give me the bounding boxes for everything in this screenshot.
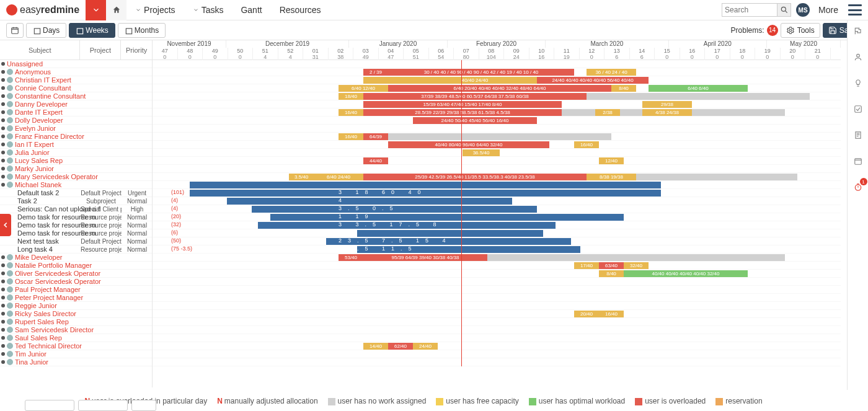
expand-icon[interactable] [1, 320, 5, 324]
nav-resources[interactable]: Resources [271, 0, 330, 20]
expand-icon[interactable] [1, 312, 5, 316]
resource-row[interactable]: Julia Junior [0, 149, 152, 157]
resource-name[interactable]: Ian IT Expert [15, 141, 54, 148]
search-input[interactable] [722, 3, 777, 17]
resource-row[interactable]: Lucy Sales Rep [0, 157, 152, 165]
resource-name[interactable]: Constantine Consultant [15, 92, 86, 100]
resource-row[interactable]: Mary Servicedesk Operator [0, 173, 152, 181]
resource-name[interactable]: Evelyn Junior [15, 125, 56, 132]
resource-name[interactable]: Mike Developer [15, 254, 62, 261]
resource-name[interactable]: Saul Sales Rep [15, 334, 62, 342]
nav-gantt[interactable]: Gantt [232, 0, 270, 20]
brand[interactable]: easyredmine [0, 0, 86, 20]
calendar-icon[interactable] [851, 154, 865, 168]
expand-icon[interactable] [1, 86, 5, 90]
task-row[interactable]: Next test taskDefault ProjectNormal [0, 237, 152, 245]
expand-icon[interactable] [1, 110, 5, 114]
task-name[interactable]: Long task 4 [17, 245, 53, 253]
person-icon[interactable] [851, 50, 865, 64]
expand-icon[interactable] [1, 352, 5, 356]
task-row[interactable]: Demo task for resource mResource project… [0, 213, 152, 221]
resource-row[interactable]: Oliver Servicedesk Operator [0, 270, 152, 278]
expand-icon[interactable] [1, 296, 5, 299]
timeline-scroll[interactable]: November 2019December 2019January 2020Fe… [153, 40, 868, 387]
expand-icon[interactable] [1, 272, 5, 275]
nav-projects[interactable]: Projects [126, 0, 184, 20]
allocation-bar[interactable]: 53/40 [339, 254, 363, 261]
allocation-bar[interactable]: 30 / 40 40 / 40 90 / 40 90 / 40 42 / 40 … [388, 69, 574, 76]
resource-name[interactable]: Connie Consultant [15, 84, 71, 92]
resource-name[interactable]: Marky Junior [15, 165, 54, 172]
resource-name[interactable]: Oscar Servicedesk Operator [15, 278, 101, 285]
task-row[interactable]: Default task 2Default ProjectUrgent [0, 189, 152, 197]
resource-name[interactable]: Tim Junior [15, 350, 46, 358]
lightbulb-icon[interactable] [851, 76, 865, 90]
allocation-bar[interactable]: 40/40 80/40 96/40 64/40 32/40 [388, 141, 549, 148]
expand-icon[interactable] [1, 126, 5, 130]
resource-row[interactable]: Dante IT Expert [0, 108, 152, 117]
allocation-bar[interactable]: 12/40 [599, 157, 624, 164]
header-priority[interactable]: Priority [121, 40, 152, 60]
allocation-bar[interactable]: 24/40 [413, 343, 438, 350]
allocation-bar[interactable] [587, 93, 810, 100]
resource-name[interactable]: Unassigned [7, 60, 43, 68]
allocation-bar[interactable]: 8/38 19/38 [587, 174, 636, 180]
view-weeks-button[interactable]: Weeks [69, 23, 115, 38]
allocation-bar[interactable]: 36 / 40 24 / 40 [587, 69, 636, 76]
resource-row[interactable]: Tim Junior [0, 350, 152, 358]
allocation-bar[interactable]: 6/40 24/40 [314, 174, 363, 180]
more-button[interactable]: More [815, 5, 842, 15]
user-avatar[interactable]: MS [796, 3, 810, 17]
resource-name[interactable]: Oliver Servicedesk Operator [15, 270, 100, 277]
filter-3[interactable] [131, 400, 156, 411]
resource-row[interactable]: Unassigned [0, 60, 152, 68]
resource-name[interactable]: Anonymous [15, 68, 51, 76]
resource-name[interactable]: Danny Developer [15, 100, 68, 108]
task-row[interactable]: Long task 4Resource project 2Normal [0, 245, 152, 254]
task-row[interactable]: Serious: Can not upload a fSpecial Clien… [0, 205, 152, 213]
allocation-bar[interactable]: 15/39 63/40 47/40 15/40 17/40 8/40 [363, 101, 562, 108]
expand-icon[interactable] [1, 102, 5, 106]
resource-row[interactable]: Franz Finance Director [0, 133, 152, 141]
home-button[interactable] [106, 0, 126, 20]
allocation-bar[interactable]: 40/40 40/40 40/40 40/40 32/40 [624, 270, 748, 277]
expand-icon[interactable] [1, 183, 5, 187]
expand-icon[interactable] [1, 255, 5, 259]
allocation-bar[interactable]: 24/40 50/40 45/40 56/40 16/40 [413, 117, 537, 124]
resource-row[interactable]: Christian IT Expert [0, 76, 152, 84]
resource-row[interactable]: Michael Stanek [0, 181, 152, 189]
resource-name[interactable]: Rupert Sales Rep [15, 318, 69, 325]
allocation-bar[interactable]: 29/38 [642, 101, 692, 108]
expand-icon[interactable] [1, 143, 5, 146]
resource-name[interactable]: Dolly Developer [15, 117, 63, 124]
allocation-bar[interactable]: 63/40 [599, 262, 624, 269]
search-button[interactable] [777, 3, 791, 17]
resource-row[interactable]: Peter Project Manager [0, 294, 152, 302]
resource-name[interactable]: Ricky Sales Director [15, 310, 76, 317]
allocation-bar[interactable] [388, 133, 611, 140]
allocation-bar[interactable]: 25/39 42.5/39 26.5/40 11/35.5 33.5/38.3 … [363, 174, 587, 180]
allocation-bar[interactable]: 6/40 6/40 [649, 85, 748, 92]
allocation-bar[interactable]: 4/38 24/38 [642, 109, 692, 116]
resource-name[interactable]: Dante IT Expert [15, 108, 63, 116]
expand-icon[interactable] [1, 62, 5, 66]
expand-icon[interactable] [1, 151, 5, 154]
resource-name[interactable]: Reggie Junior [15, 302, 57, 309]
allocation-bar[interactable]: 20/40 [574, 311, 599, 317]
filter-2[interactable] [78, 400, 128, 411]
expand-icon[interactable] [1, 167, 5, 170]
allocation-bar[interactable]: 16/40 [599, 311, 624, 317]
expand-icon[interactable] [1, 78, 5, 82]
resource-row[interactable]: Ian IT Expert [0, 141, 152, 149]
resource-row[interactable]: Saul Sales Rep [0, 334, 152, 342]
task-name[interactable]: Task 2 [17, 197, 37, 205]
resource-row[interactable]: Marky Junior [0, 165, 152, 173]
resource-name[interactable]: Paul Project Manager [15, 286, 81, 293]
resource-name[interactable]: Natalie Portfolio Manager [15, 262, 92, 269]
resource-row[interactable]: Connie Consultant [0, 84, 152, 92]
allocation-bar[interactable]: 24/40 40/40 40/40 40/40 56/40 40/40 [537, 77, 649, 84]
timer-icon[interactable]: 1 [851, 180, 865, 194]
resource-name[interactable]: Tina Junior [15, 358, 48, 366]
allocation-bar[interactable]: 18/40 [339, 93, 363, 100]
expand-icon[interactable] [1, 135, 5, 138]
